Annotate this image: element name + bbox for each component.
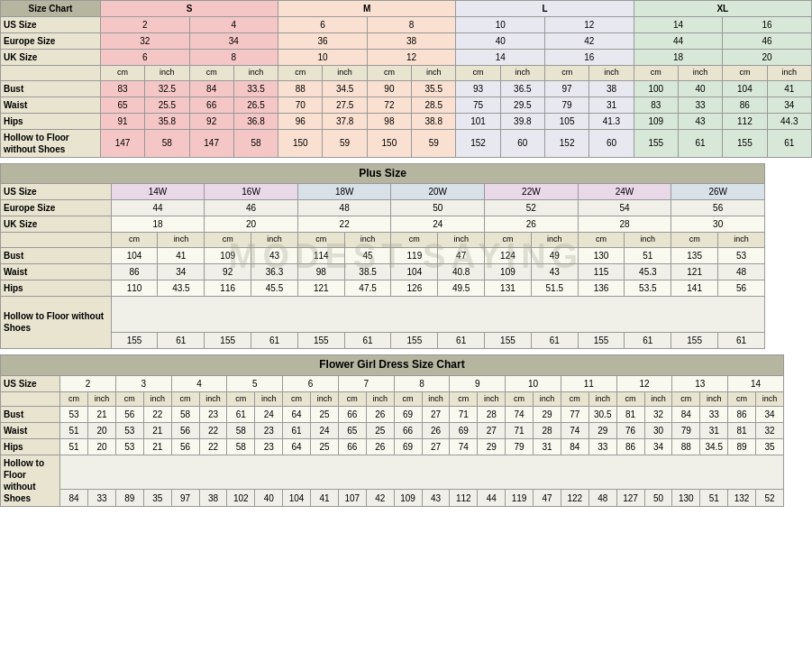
plus-size-title: Plus Size <box>1 163 765 184</box>
europe-size-label: Europe Size <box>1 33 101 50</box>
uk-s-6: 6 <box>100 50 189 66</box>
m-header: M <box>278 1 456 17</box>
plus-size-section: MODEST SAYING Plus Size <box>0 163 812 349</box>
eu-xl-46: 46 <box>723 33 812 50</box>
flower-girl-table: Flower Girl Dress Size Chart US Size 2 3… <box>0 354 812 507</box>
flower-girl-title: Flower Girl Dress Size Chart <box>1 354 784 375</box>
us-m-6: 6 <box>278 17 368 33</box>
uk-l-16: 16 <box>544 50 634 66</box>
us-l-12: 12 <box>544 17 634 33</box>
us-xl-16: 16 <box>723 17 812 33</box>
eu-m-38: 38 <box>367 33 456 50</box>
s-inch2: inch <box>233 66 278 81</box>
uk-m-12: 12 <box>367 50 456 66</box>
fg-hollow-label: Hollow to Floor without Shoes <box>1 455 60 507</box>
plus-bust-label: Bust <box>1 247 112 263</box>
hollow-label-std: Hollow to Floor without Shoes <box>1 129 101 157</box>
eu-xl-44: 44 <box>634 33 723 50</box>
fg-waist-label: Waist <box>1 423 60 439</box>
eu-l-40: 40 <box>456 33 545 50</box>
s-inch1: inch <box>145 66 189 81</box>
waist-label: Waist <box>1 97 101 113</box>
uk-size-label: UK Size <box>1 50 101 66</box>
xl-cm2: cm <box>723 66 767 81</box>
cm-inch-blank <box>1 66 101 81</box>
m-cm2: cm <box>367 66 411 81</box>
plus-us-label: US Size <box>1 184 112 200</box>
fg-hips-label: Hips <box>1 439 60 455</box>
uk-m-10: 10 <box>278 50 368 66</box>
plus-hollow-label: Hollow to Floor without Shoes <box>1 296 112 348</box>
uk-l-14: 14 <box>456 50 545 66</box>
hips-label: Hips <box>1 113 101 129</box>
size-chart-container: Size Chart S M L XL US Size 2 4 6 8 10 1… <box>0 0 812 507</box>
us-l-10: 10 <box>456 17 545 33</box>
m-cm1: cm <box>278 66 323 81</box>
eu-l-42: 42 <box>544 33 634 50</box>
us-size-label: US Size <box>1 17 101 33</box>
plus-uk-label: UK Size <box>1 216 112 233</box>
fg-us-label: US Size <box>1 375 60 391</box>
s-cm1: cm <box>100 66 144 81</box>
xl-inch1: inch <box>678 66 722 81</box>
xl-inch2: inch <box>767 66 811 81</box>
l-inch2: inch <box>589 66 634 81</box>
table-title: Size Chart <box>1 1 101 17</box>
uk-xl-20: 20 <box>723 50 812 66</box>
bust-label: Bust <box>1 80 101 97</box>
m-inch2: inch <box>412 66 456 81</box>
l-inch1: inch <box>500 66 544 81</box>
us-s-4: 4 <box>189 17 278 33</box>
eu-m-36: 36 <box>278 33 368 50</box>
uk-xl-18: 18 <box>634 50 723 66</box>
uk-s-8: 8 <box>189 50 278 66</box>
us-s-2: 2 <box>100 17 189 33</box>
plus-waist-label: Waist <box>1 263 112 280</box>
fg-bust-label: Bust <box>1 407 60 423</box>
eu-s-32: 32 <box>100 33 189 50</box>
standard-size-table: Size Chart S M L XL US Size 2 4 6 8 10 1… <box>0 0 812 158</box>
eu-s-34: 34 <box>189 33 278 50</box>
plus-size-table: Plus Size US Size 14W 16W 18W 20W 22W 24… <box>0 163 812 349</box>
us-xl-14: 14 <box>634 17 723 33</box>
xl-cm1: cm <box>634 66 678 81</box>
l-cm2: cm <box>544 66 588 81</box>
m-inch1: inch <box>323 66 367 81</box>
l-cm1: cm <box>456 66 500 81</box>
plus-eu-label: Europe Size <box>1 200 112 216</box>
l-header: L <box>456 1 634 17</box>
us-m-8: 8 <box>367 17 456 33</box>
plus-hips-label: Hips <box>1 280 112 296</box>
s-cm2: cm <box>189 66 233 81</box>
s-header: S <box>100 1 278 17</box>
xl-header: XL <box>634 1 811 17</box>
